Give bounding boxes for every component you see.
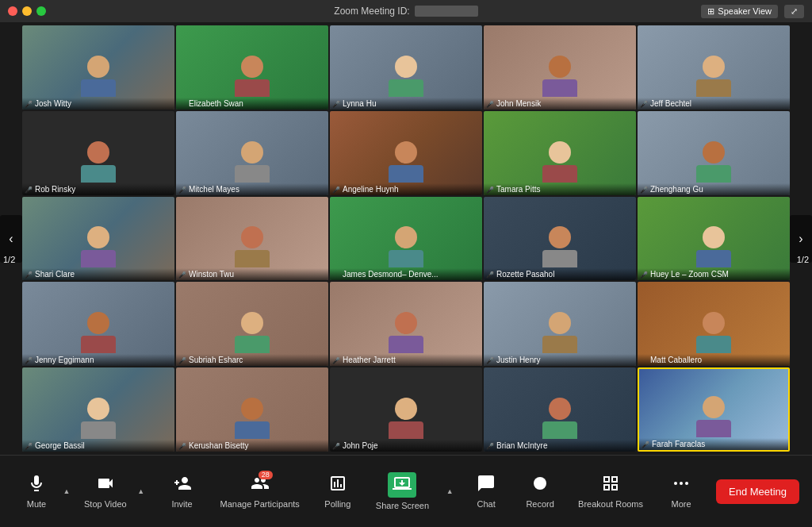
polling-label: Polling — [324, 499, 350, 509]
video-cell[interactable]: 🎤John Mensik — [484, 25, 636, 110]
mute-label: Mute — [27, 499, 46, 509]
video-cell[interactable]: 🎤Rob Rinsky — [22, 111, 174, 195]
participant-name: Huey Le – Zoom CSM — [638, 268, 790, 280]
video-cell[interactable]: 🎤Brian McIntyre — [484, 367, 636, 452]
toolbar-right: End Meeting — [716, 479, 799, 504]
invite-button[interactable]: Invite — [159, 471, 206, 512]
mute-button[interactable]: Mute — [13, 471, 60, 512]
participant-name: Mitchel Mayes — [176, 183, 328, 195]
stop-video-group: Stop Video ▲ — [76, 471, 147, 512]
meeting-id-value — [415, 6, 478, 17]
video-cell[interactable]: 🎤Zhenghang Gu — [638, 111, 790, 195]
video-cell[interactable]: James Desmond– Denve... — [330, 197, 482, 281]
manage-participants-button[interactable]: 28 Manage Participants — [213, 471, 308, 512]
stop-video-button[interactable]: Stop Video — [76, 471, 135, 512]
video-cell[interactable]: 🎤John Poje — [330, 367, 482, 452]
record-icon — [530, 474, 550, 496]
participant-name: Rozette Pasahol — [484, 268, 636, 280]
participant-name: Angeline Huynh — [330, 183, 482, 195]
speaker-view-button[interactable]: ⊞ Speaker View — [701, 5, 778, 18]
video-grid: 🎤Josh Witty Elizabeth Swan 🎤Lynna Hu 🎤Jo… — [22, 22, 790, 455]
title-bar: Zoom Meeting ID: ⊞ Speaker View ⤢ — [0, 0, 812, 22]
video-cell[interactable]: 🎤Winston Twu — [176, 197, 328, 281]
stop-video-caret-button[interactable]: ▲ — [135, 487, 147, 495]
more-icon — [672, 474, 691, 496]
participant-name: Zhenghang Gu — [638, 183, 790, 195]
polling-button[interactable]: Polling — [314, 471, 362, 512]
video-cell[interactable]: Matt Caballero — [638, 282, 790, 366]
participant-name: Jeff Bechtel — [638, 98, 790, 110]
participant-name: Matt Caballero — [638, 354, 790, 366]
toolbar-center: Invite 28 Manage Participants Polling Sh… — [147, 469, 716, 514]
share-screen-icon — [388, 472, 416, 498]
video-cell[interactable]: 🎤Huey Le – Zoom CSM — [638, 197, 790, 281]
close-button[interactable] — [8, 6, 17, 16]
video-cell[interactable]: 🎤Jeff Bechtel — [638, 25, 790, 110]
maximize-button[interactable] — [36, 6, 46, 16]
video-cell[interactable]: 🎤Angeline Huynh — [330, 111, 482, 195]
chat-button[interactable]: Chat — [462, 471, 510, 512]
participant-name: Lynna Hu — [330, 98, 482, 110]
participant-name: George Bassil — [22, 440, 174, 452]
mute-caret-button[interactable]: ▲ — [60, 487, 73, 495]
traffic-lights — [8, 6, 46, 16]
stop-video-label: Stop Video — [84, 499, 127, 509]
mute-caret-icon: ▲ — [63, 487, 71, 495]
breakout-rooms-label: Breakout Rooms — [578, 499, 643, 509]
end-meeting-button[interactable]: End Meeting — [716, 479, 799, 504]
participant-name: Farah Faraclas — [639, 438, 788, 450]
svg-point-0 — [534, 477, 546, 490]
video-cell[interactable]: 🎤Farah Faraclas — [638, 367, 790, 452]
svg-point-2 — [680, 482, 683, 485]
stop-video-caret-icon: ▲ — [137, 487, 144, 495]
breakout-rooms-icon — [601, 474, 620, 496]
toolbar: Mute ▲ Stop Video ▲ Invite — [0, 455, 812, 527]
video-cell[interactable]: 🎤Kerushan Bisetty — [176, 367, 328, 452]
svg-point-1 — [674, 482, 677, 485]
participant-name: Winston Twu — [176, 268, 328, 280]
participants-badge: 28 — [259, 471, 273, 479]
video-cell[interactable]: 🎤Rozette Pasahol — [484, 197, 636, 281]
toolbar-left: Mute ▲ Stop Video ▲ — [13, 471, 147, 512]
participant-name: Shari Clare — [22, 268, 174, 280]
participant-name: Subriah Esharc — [176, 354, 328, 366]
record-button[interactable]: Record — [516, 471, 564, 512]
participant-name: Brian McIntyre — [484, 440, 636, 452]
video-cell[interactable]: 🎤Jenny Eggimann — [22, 282, 174, 366]
video-cell[interactable]: 🎤Heather Jarrett — [330, 282, 482, 366]
speaker-view-icon: ⊞ — [707, 6, 714, 17]
participant-name: Tamara Pitts — [484, 183, 636, 195]
share-screen-caret-button[interactable]: ▲ — [443, 487, 456, 495]
chat-icon — [477, 474, 496, 496]
manage-participants-label: Manage Participants — [220, 499, 300, 509]
participant-name: Jenny Eggimann — [22, 354, 174, 366]
video-cell[interactable]: 🎤Josh Witty — [22, 25, 174, 110]
video-cell[interactable]: Elizabeth Swan — [176, 25, 328, 110]
title-bar-actions: ⊞ Speaker View ⤢ — [701, 5, 804, 18]
fullscreen-button[interactable]: ⤢ — [784, 5, 804, 18]
page-indicator-left: 1/2 — [3, 255, 15, 264]
breakout-rooms-button[interactable]: Breakout Rooms — [570, 471, 651, 512]
manage-participants-icon: 28 — [251, 474, 270, 496]
meeting-id-label: Zoom Meeting ID: — [334, 6, 477, 17]
chat-label: Chat — [477, 499, 495, 509]
share-screen-button[interactable]: Share Screen — [368, 469, 437, 514]
video-cell[interactable]: 🎤Lynna Hu — [330, 25, 482, 110]
minimize-button[interactable] — [22, 6, 32, 16]
participant-name: Kerushan Bisetty — [176, 440, 328, 452]
video-cell[interactable]: 🎤Justin Henry — [484, 282, 636, 366]
share-screen-caret-icon: ▲ — [446, 487, 454, 495]
video-cell[interactable]: 🎤Shari Clare — [22, 197, 174, 281]
share-screen-label: Share Screen — [376, 501, 429, 510]
participant-name: Heather Jarrett — [330, 354, 482, 366]
stop-video-icon — [96, 474, 115, 496]
participant-name: John Mensik — [484, 98, 636, 110]
participant-name: Rob Rinsky — [22, 183, 174, 195]
video-cell[interactable]: 🎤Tamara Pitts — [484, 111, 636, 195]
video-cell[interactable]: 🎤Mitchel Mayes — [176, 111, 328, 195]
record-label: Record — [526, 499, 553, 509]
video-cell[interactable]: 🎤Subriah Esharc — [176, 282, 328, 366]
more-button[interactable]: More — [657, 471, 705, 512]
video-cell[interactable]: 🎤George Bassil — [22, 367, 174, 452]
mute-group: Mute ▲ — [13, 471, 73, 512]
